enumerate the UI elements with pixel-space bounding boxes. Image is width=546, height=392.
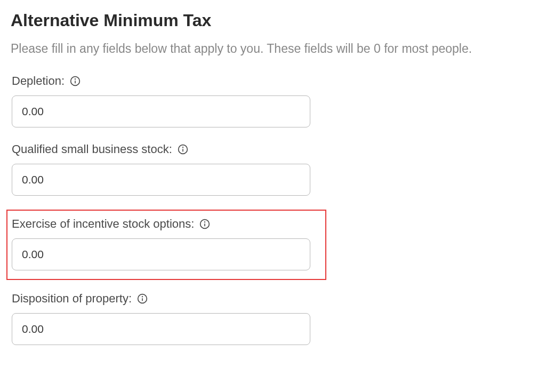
field-group-disposition: Disposition of property:: [11, 291, 535, 346]
info-icon[interactable]: [199, 219, 210, 229]
disposition-input[interactable]: [12, 313, 310, 345]
info-icon[interactable]: [70, 76, 81, 86]
info-icon[interactable]: [178, 144, 188, 155]
page-description: Please fill in any fields below that app…: [11, 40, 535, 57]
depletion-input[interactable]: [12, 95, 310, 127]
iso-input[interactable]: [12, 238, 310, 270]
field-group-qsbs: Qualified small business stock:: [11, 141, 535, 197]
qsbs-label: Qualified small business stock:: [12, 142, 172, 156]
iso-label: Exercise of incentive stock options:: [12, 217, 194, 231]
svg-point-5: [182, 147, 183, 148]
page-heading: Alternative Minimum Tax: [11, 11, 535, 30]
field-group-iso-highlighted: Exercise of incentive stock options:: [6, 210, 326, 280]
svg-point-11: [142, 297, 143, 297]
info-icon[interactable]: [137, 293, 148, 304]
qsbs-input[interactable]: [12, 164, 310, 196]
svg-point-2: [75, 79, 76, 79]
depletion-label: Depletion:: [12, 74, 65, 88]
disposition-label: Disposition of property:: [12, 292, 132, 306]
field-group-depletion: Depletion:: [11, 73, 535, 129]
svg-point-8: [205, 222, 205, 222]
